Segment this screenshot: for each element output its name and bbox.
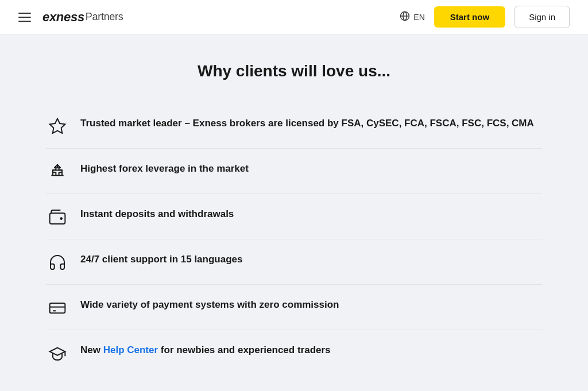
feature-text-content: Wide variety of payment systems with zer… xyxy=(80,299,339,310)
feature-text-support: 24/7 client support in 15 languages xyxy=(80,252,242,267)
feature-icon-headset xyxy=(46,253,69,272)
language-selector[interactable]: EN xyxy=(400,11,424,23)
feature-text-trusted: Trusted market leader – Exness brokers a… xyxy=(80,116,534,131)
feature-item-helpcenter: New Help Center for newbies and experien… xyxy=(46,330,542,375)
feature-item-support: 24/7 client support in 15 languages xyxy=(46,239,542,285)
main-content: Why clients will love us... Trusted mark… xyxy=(0,34,588,391)
svg-point-9 xyxy=(60,218,62,219)
feature-item-payment: Wide variety of payment systems with zer… xyxy=(46,285,542,330)
start-now-button[interactable]: Start now xyxy=(434,6,505,28)
feature-icon-star xyxy=(46,117,69,136)
feature-text-content: 24/7 client support in 15 languages xyxy=(80,254,242,265)
hamburger-menu[interactable] xyxy=(18,13,31,22)
svg-rect-8 xyxy=(50,213,65,224)
feature-icon-leverage xyxy=(46,162,69,181)
feature-text-before: New xyxy=(80,344,103,355)
feature-text-leverage: Highest forex leverage in the market xyxy=(80,161,249,176)
navbar: exness Partners EN Start now Sign in xyxy=(0,0,588,34)
logo: exness Partners xyxy=(42,10,123,25)
feature-text-after: for newbies and experienced traders xyxy=(158,344,330,355)
features-list: Trusted market leader – Exness brokers a… xyxy=(46,103,542,375)
feature-text-helpcenter: New Help Center for newbies and experien… xyxy=(80,343,331,358)
help-center-link[interactable]: Help Center xyxy=(103,344,158,355)
svg-marker-3 xyxy=(50,119,65,133)
svg-rect-10 xyxy=(50,303,65,313)
feature-icon-graduation xyxy=(46,344,69,362)
feature-icon-card xyxy=(46,299,69,317)
feature-text-deposits: Instant deposits and withdrawals xyxy=(80,207,234,222)
feature-text-content: Highest forex leverage in the market xyxy=(80,163,249,174)
feature-text-payment: Wide variety of payment systems with zer… xyxy=(80,297,339,312)
feature-text-content: Instant deposits and withdrawals xyxy=(80,208,234,219)
sign-in-button[interactable]: Sign in xyxy=(514,6,570,28)
lang-code: EN xyxy=(413,13,424,22)
feature-item-trusted: Trusted market leader – Exness brokers a… xyxy=(46,103,542,149)
logo-partners: Partners xyxy=(86,11,123,23)
section-title: Why clients will love us... xyxy=(46,62,542,80)
feature-icon-wallet xyxy=(46,208,69,226)
nav-right: EN Start now Sign in xyxy=(400,6,570,28)
feature-item-leverage: Highest forex leverage in the market xyxy=(46,149,542,194)
feature-text-content: Trusted market leader – Exness brokers a… xyxy=(80,118,534,129)
nav-left: exness Partners xyxy=(18,10,123,25)
feature-item-deposits: Instant deposits and withdrawals xyxy=(46,194,542,239)
logo-exness: exness xyxy=(42,10,84,25)
globe-icon xyxy=(400,11,410,23)
